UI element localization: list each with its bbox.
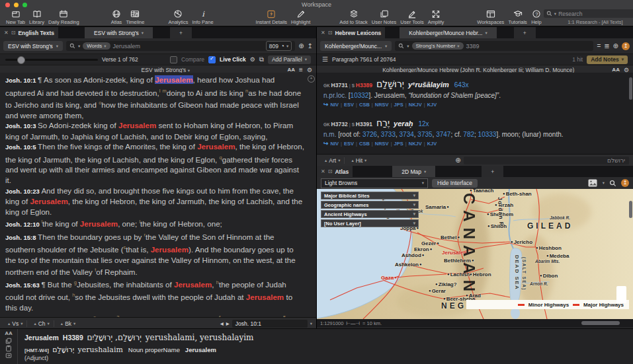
verse[interactable]: Josh. 15:8 Then the boundary goes up by … <box>5 230 306 277</box>
add-tab-button[interactable]: + <box>170 27 192 38</box>
lexicon-find-input[interactable]: ירושלם <box>464 157 629 164</box>
research-search-input[interactable]: ▾ Research <box>544 9 633 18</box>
live-click-checkbox[interactable] <box>208 56 216 63</box>
lexicon-entries[interactable]: GK H3731|S H3389יְרוּשָׁלִַםyᵉrušālayim6… <box>317 73 633 159</box>
scrollbar-thumb[interactable]: + <box>308 75 315 83</box>
lexicon-entry[interactable]: GK H3731|S H3389יְרוּשָׁלִַםyᵉrušālayim6… <box>323 78 624 108</box>
amplify-orange-icon[interactable]: ↥ <box>622 42 630 50</box>
hit-stepper[interactable]: ▴Hit▾ <box>347 157 370 164</box>
version-link[interactable]: NKJV <box>409 141 422 147</box>
version-link[interactable]: KJV <box>427 141 437 147</box>
scrollbar-thumb[interactable] <box>629 201 632 218</box>
version-link[interactable]: NIV <box>331 102 339 108</box>
search-hit[interactable]: Jerusalem <box>246 293 284 301</box>
chapter-stepper[interactable]: ▴Ch▾ <box>30 320 54 327</box>
amplify-button[interactable]: Amplify <box>428 9 444 25</box>
map-zoom-control[interactable] <box>616 286 626 303</box>
version-link[interactable]: JPS <box>394 102 403 108</box>
list-icon[interactable]: ☰ <box>322 56 328 63</box>
search-scope-pill[interactable]: Strong's Number▾ <box>412 42 464 50</box>
chevron-down-icon[interactable]: ▾ <box>310 321 312 326</box>
map-layer-dropdown[interactable]: Geographic names▾ <box>321 201 419 209</box>
search-hit[interactable]: Jerusalem <box>118 121 156 129</box>
amplify-orange-icon[interactable]: ↥ <box>621 179 629 187</box>
add-notes-button[interactable]: Add Notes▾ <box>587 55 628 64</box>
daily-reading-button[interactable]: Daily Reading <box>48 9 79 25</box>
search-scope-pill[interactable]: Words▾ <box>83 42 110 50</box>
add-circle-icon[interactable]: ⊕ <box>298 43 304 50</box>
copy-pages-icon[interactable] <box>5 338 12 344</box>
equals-icon[interactable]: = <box>597 43 601 50</box>
resource-selector[interactable]: ESV with Strong's▾ <box>3 41 63 51</box>
send-to-pane-icon[interactable] <box>5 352 12 359</box>
version-link[interactable]: NRSV <box>375 102 389 108</box>
add-parallel-button[interactable]: Add Parallel▾ <box>268 55 311 64</box>
map-canvas[interactable]: Caesarea●●Taanach●Beth-shanSHARONSamaria… <box>317 189 633 319</box>
compare-checkbox[interactable] <box>170 56 177 63</box>
add-tab-button[interactable]: + <box>482 166 503 177</box>
highlight-button[interactable]: Highlight <box>291 9 310 25</box>
version-link[interactable]: NIV <box>331 141 339 147</box>
text-size-button[interactable]: AA <box>5 330 13 337</box>
search-hit[interactable]: Jerusalem <box>151 245 189 254</box>
close-pane-icon[interactable]: ✕ <box>321 168 325 174</box>
text-size-button[interactable]: AA <box>612 67 620 73</box>
expand-pane-icon[interactable]: ⊡ <box>328 30 333 36</box>
version-link[interactable]: CSB <box>359 141 370 147</box>
version-link[interactable]: JPS <box>394 141 403 147</box>
version-link[interactable]: KJV <box>427 102 437 108</box>
version-link[interactable]: NKJV <box>409 102 422 108</box>
text-size-button[interactable]: AA <box>288 67 296 73</box>
map-image-icon[interactable] <box>588 179 598 187</box>
expand-pane-icon[interactable]: ⊡ <box>11 30 16 36</box>
add-circle-icon[interactable]: ⊕ <box>613 43 618 50</box>
verse[interactable]: Josh. 10:3 So Adoni-zedek king of Jerusa… <box>5 120 306 141</box>
prev-hit-icon[interactable]: ◂ <box>220 320 224 327</box>
search-hit[interactable]: Jerusalem <box>30 197 67 205</box>
next-hit-icon[interactable]: ▸ <box>226 320 230 327</box>
close-pane-icon[interactable]: ✕ <box>321 30 325 36</box>
version-link[interactable]: ESV <box>344 102 354 108</box>
map-layer-dropdown[interactable]: Major Biblical Sites▾ <box>321 192 419 200</box>
clipboard-icon[interactable] <box>5 345 12 351</box>
new-tab-button[interactable]: New Tab <box>6 9 25 25</box>
book-stepper[interactable]: ▴Bk▾ <box>57 320 79 327</box>
search-hit[interactable]: Jerusalem <box>155 75 192 84</box>
version-link[interactable]: CSB <box>359 102 370 108</box>
chevron-down-icon[interactable]: ▾ <box>603 180 605 186</box>
verse[interactable]: Josh. 12:10 lthe king of Jerusalem, one;… <box>5 217 306 229</box>
user-notes-button[interactable]: User Notes <box>372 9 397 25</box>
version-link[interactable]: NRSV <box>375 141 389 147</box>
gear-icon[interactable]: ⚙ <box>307 67 312 73</box>
globe-icon[interactable]: ⊕ <box>455 157 460 164</box>
analytics-button[interactable]: Analytics <box>168 9 188 25</box>
instant-details-button[interactable]: Instant Details <box>256 9 288 25</box>
lexicon-entry[interactable]: GK H3732|S H3391יֶרַחyeraḥ12xn.m. [root … <box>323 117 624 147</box>
expand-pane-icon[interactable]: ⊡ <box>328 168 333 174</box>
tab-esv-with-strongs[interactable]: ESV with Strong's▾ <box>85 27 153 38</box>
verse-slider[interactable] <box>5 59 98 61</box>
help-button[interactable]: ?Help <box>531 9 542 25</box>
lexicon-search-input[interactable]: ▾ Strong's Number▾ 3389 <box>395 41 593 51</box>
version-link[interactable]: ESV <box>344 141 354 147</box>
add-to-stack-button[interactable]: Add to Stack <box>339 9 368 25</box>
timeline-button[interactable]: Timeline <box>126 9 144 25</box>
verse-list[interactable]: Josh. 10:1 ¶ As soon as Adoni-zedek, kin… <box>0 73 316 318</box>
resource-selector[interactable]: Kohlenberger/Mounc...▾ <box>320 41 392 51</box>
horizontal-scrollbar-thumb[interactable] <box>581 321 620 325</box>
slider-knob[interactable] <box>17 56 25 64</box>
article-stepper[interactable]: ▴Art▾ <box>321 157 345 164</box>
outline-icon[interactable]: ≣ <box>604 43 609 50</box>
map-search-icon[interactable] <box>609 180 616 187</box>
gear-icon[interactable]: ⚙ <box>250 56 255 63</box>
amplify-export-icon[interactable]: ↥ <box>308 43 313 50</box>
scrollbar-thumb[interactable] <box>629 77 632 100</box>
map-layer-dropdown[interactable]: Ancient Highways▾ <box>321 210 419 218</box>
hide-interface-button[interactable]: Hide Interface <box>432 179 478 188</box>
workspaces-button[interactable]: Workspaces <box>477 9 504 25</box>
hit-count-box[interactable]: 809◔▾ <box>266 41 292 51</box>
map-style-dropdown[interactable]: Light Browns▾ <box>321 178 428 188</box>
display-settings-icon[interactable]: ≡ <box>299 67 303 73</box>
bible-search-input[interactable]: ▾ Words▾ Jerusalem 809◔▾ <box>66 41 295 51</box>
tutorials-button[interactable]: Tutorials <box>508 9 527 25</box>
